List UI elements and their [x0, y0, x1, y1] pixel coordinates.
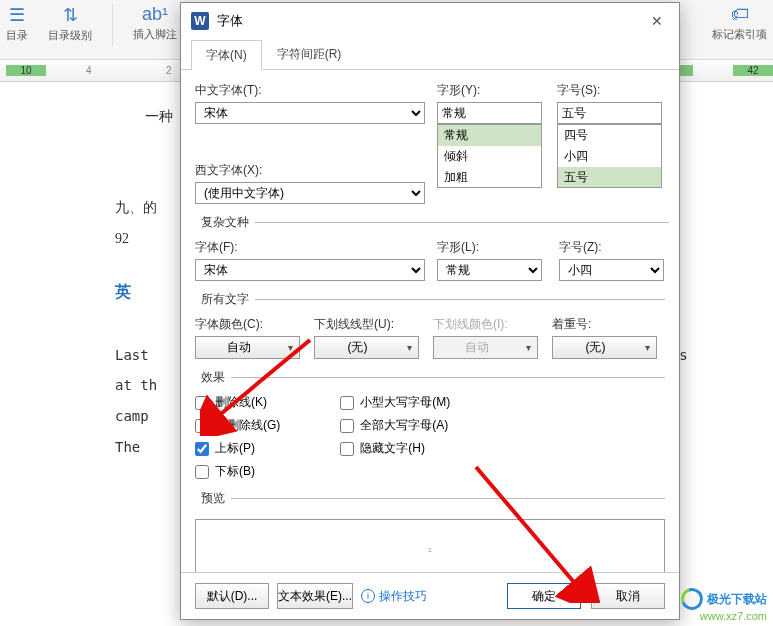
list-item[interactable]: 四号	[558, 125, 661, 146]
section-all-text: 所有文字 字体颜色(C): 自动 下划线线型(U): (无) 下划线颜色(I):…	[195, 291, 665, 359]
dialog-title: 字体	[217, 12, 243, 30]
font-dialog: W 字体 ✕ 字体(N) 字符间距(R) 中文字体(T): 宋体 西文字体(X)…	[180, 2, 680, 620]
dialog-titlebar: W 字体 ✕	[181, 3, 679, 39]
dialog-footer: 默认(D)... 文本效果(E)... i 操作技巧 确定 取消	[181, 572, 679, 619]
section-effects: 效果 删除线(K) 双删除线(G) 上标(P) 下标(B) 小型大写字母(M) …	[195, 369, 665, 480]
list-item[interactable]: 常规	[438, 125, 541, 146]
watermark: 极光下载站 www.xz7.com	[681, 588, 767, 622]
ribbon-label: 插入脚注	[133, 27, 177, 42]
ruler-mark: 10	[6, 65, 46, 76]
ribbon-label: 标记索引项	[712, 27, 767, 42]
cn-font-select[interactable]: 宋体	[195, 102, 425, 124]
list-item[interactable]: 加粗	[438, 167, 541, 188]
emphasis-dropdown[interactable]: (无)	[552, 336, 657, 359]
ribbon-label: 目录级别	[48, 28, 92, 43]
underline-dropdown[interactable]: (无)	[314, 336, 419, 359]
default-button[interactable]: 默认(D)...	[195, 583, 269, 609]
section-legend: 效果	[195, 369, 231, 386]
list-item[interactable]: 五号	[558, 167, 661, 188]
section-complex: 复杂文种 字体(F): 宋体 字形(L): 常规 字号(Z): 小四	[195, 214, 669, 281]
dialog-tabs: 字体(N) 字符间距(R)	[181, 39, 679, 70]
swirl-icon	[677, 584, 706, 613]
footnote-icon: ab¹	[142, 4, 168, 25]
superscript-checkbox[interactable]: 上标(P)	[195, 440, 280, 457]
hidden-checkbox[interactable]: 隐藏文字(H)	[340, 440, 450, 457]
allcaps-checkbox[interactable]: 全部大写字母(A)	[340, 417, 450, 434]
checkbox-label: 下标(B)	[215, 463, 255, 480]
section-legend: 复杂文种	[195, 214, 255, 231]
checkbox-label: 删除线(K)	[215, 394, 267, 411]
doc-text: camp	[115, 408, 149, 424]
checkbox-label: 全部大写字母(A)	[360, 417, 448, 434]
ribbon-item-toc-level[interactable]: ⇅ 目录级别	[48, 4, 92, 43]
toc-icon: ☰	[9, 4, 25, 26]
size-label: 字号(S):	[557, 82, 665, 99]
size-z-label: 字号(Z):	[559, 239, 669, 256]
chevron-down-icon: ⇅	[63, 4, 78, 26]
ribbon-item-footnote[interactable]: ab¹ 插入脚注	[133, 4, 177, 42]
west-font-label: 西文字体(X):	[195, 162, 425, 179]
font-color-label: 字体颜色(C):	[195, 316, 300, 333]
font-f-label: 字体(F):	[195, 239, 425, 256]
style-listbox[interactable]: 常规 倾斜 加粗	[437, 124, 542, 188]
shape-l-label: 字形(L):	[437, 239, 547, 256]
underline-color-dropdown: 自动	[433, 336, 538, 359]
preview-box: ₂	[195, 519, 665, 572]
ok-button[interactable]: 确定	[507, 583, 581, 609]
list-item[interactable]: 倾斜	[438, 146, 541, 167]
underline-label: 下划线线型(U):	[314, 316, 419, 333]
shape-l-select[interactable]: 常规	[437, 259, 542, 281]
style-label: 字形(Y):	[437, 82, 545, 99]
subscript-checkbox[interactable]: 下标(B)	[195, 463, 280, 480]
checkbox-label: 上标(P)	[215, 440, 255, 457]
tips-link[interactable]: i 操作技巧	[361, 588, 427, 605]
style-input[interactable]	[437, 102, 542, 124]
section-legend: 所有文字	[195, 291, 255, 308]
ruler-mark: 4	[86, 65, 126, 76]
index-icon: 🏷	[731, 4, 749, 25]
size-listbox[interactable]: 四号 小四 五号	[557, 124, 662, 188]
font-f-select[interactable]: 宋体	[195, 259, 425, 281]
ruler-mark: 42	[733, 65, 773, 76]
info-icon: i	[361, 589, 375, 603]
strike-checkbox[interactable]: 删除线(K)	[195, 394, 280, 411]
cn-font-label: 中文字体(T):	[195, 82, 425, 99]
smallcaps-checkbox[interactable]: 小型大写字母(M)	[340, 394, 450, 411]
text-effects-button[interactable]: 文本效果(E)...	[277, 583, 353, 609]
doc-text: Last	[115, 347, 149, 363]
checkbox-label: 小型大写字母(M)	[360, 394, 450, 411]
ribbon-separator	[112, 4, 113, 46]
ribbon-label: 目录	[6, 28, 28, 43]
ribbon-item-toc[interactable]: ☰ 目录	[6, 4, 28, 43]
tab-spacing[interactable]: 字符间距(R)	[262, 39, 357, 69]
emphasis-label: 着重号:	[552, 316, 657, 333]
close-button[interactable]: ✕	[645, 9, 669, 33]
checkbox-label: 隐藏文字(H)	[360, 440, 425, 457]
tab-font[interactable]: 字体(N)	[191, 40, 262, 70]
size-input[interactable]	[557, 102, 662, 124]
list-item[interactable]: 小四	[558, 146, 661, 167]
ribbon-item-index[interactable]: 🏷 标记索引项	[712, 4, 767, 42]
west-font-select[interactable]: (使用中文字体)	[195, 182, 425, 204]
word-app-icon: W	[191, 12, 209, 30]
cancel-button[interactable]: 取消	[591, 583, 665, 609]
checkbox-label: 双删除线(G)	[215, 417, 280, 434]
underline-color-label: 下划线颜色(I):	[433, 316, 538, 333]
section-legend: 预览	[195, 490, 231, 507]
font-color-dropdown[interactable]: 自动	[195, 336, 300, 359]
size-z-select[interactable]: 小四	[559, 259, 664, 281]
double-strike-checkbox[interactable]: 双删除线(G)	[195, 417, 280, 434]
section-preview: 预览 ₂ 这是一种TrueType字体，同时适用于屏幕和打印机。	[195, 490, 665, 572]
tips-label: 操作技巧	[379, 588, 427, 605]
